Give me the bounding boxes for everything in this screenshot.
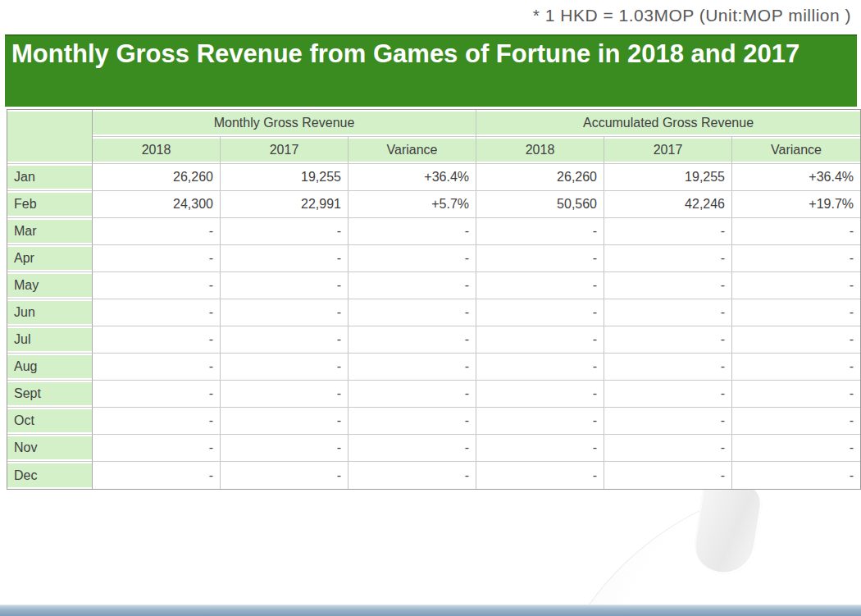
value-cell: - [604, 408, 732, 435]
value-cell: - [476, 299, 604, 326]
table-row: Dec------ [7, 462, 860, 489]
value-cell: - [93, 354, 221, 381]
month-cell: Sept [7, 381, 93, 408]
value-cell: - [732, 245, 860, 272]
value-cell: - [604, 381, 732, 408]
value-cell: - [476, 326, 604, 354]
value-cell: - [732, 408, 860, 435]
group-header-accumulated: Accumulated Gross Revenue [476, 110, 860, 137]
month-cell: Jun [7, 299, 93, 326]
column-header-2018-monthly: 2018 [93, 137, 221, 164]
column-header-variance-accumulated: Variance [732, 137, 860, 164]
value-cell: - [93, 326, 221, 354]
month-cell: May [7, 272, 93, 299]
value-cell: - [732, 218, 860, 245]
group-header-monthly: Monthly Gross Revenue [93, 110, 476, 137]
month-cell: Oct [7, 408, 93, 435]
value-cell: 26,260 [476, 164, 604, 191]
table-row: Jun------ [7, 299, 860, 326]
watermark-hand-shape [690, 478, 765, 578]
table-row: Jan26,26019,255+36.4%26,26019,255+36.4% [7, 164, 860, 191]
value-cell: - [732, 435, 860, 462]
table-row: Nov------ [7, 435, 860, 462]
value-cell: - [348, 272, 476, 299]
value-cell: - [221, 299, 348, 326]
value-cell: - [221, 245, 348, 272]
value-cell: - [476, 354, 604, 381]
value-cell: - [93, 435, 221, 462]
value-cell: 19,255 [604, 164, 732, 191]
value-cell: - [348, 299, 476, 326]
value-cell: - [348, 435, 476, 462]
value-cell: - [221, 326, 348, 354]
table-row: Feb24,30022,991+5.7%50,56042,246+19.7% [7, 191, 860, 218]
value-cell: 42,246 [604, 191, 732, 218]
page-title: Monthly Gross Revenue from Games of Fort… [11, 37, 800, 71]
value-cell: - [221, 408, 348, 435]
bottom-bar [0, 605, 861, 616]
value-cell: - [604, 435, 732, 462]
value-cell: - [221, 354, 348, 381]
value-cell: - [476, 435, 604, 462]
value-cell: - [221, 462, 348, 489]
value-cell: +36.4% [732, 164, 860, 191]
value-cell: - [476, 381, 604, 408]
value-cell: - [476, 462, 604, 489]
value-cell: - [93, 462, 221, 489]
table-row: Oct------ [7, 408, 860, 435]
value-cell: - [348, 462, 476, 489]
column-header-row: 2018 2017 Variance 2018 2017 Variance [7, 137, 860, 164]
value-cell: - [221, 272, 348, 299]
value-cell: - [732, 354, 860, 381]
value-cell: +19.7% [732, 191, 860, 218]
value-cell: - [732, 299, 860, 326]
watermark-circle-shape [537, 478, 861, 616]
table-row: Apr------ [7, 245, 860, 272]
exchange-rate-note: * 1 HKD = 1.03MOP (Unit:MOP million ) [533, 6, 851, 25]
value-cell: - [221, 381, 348, 408]
value-cell: 26,260 [93, 164, 221, 191]
table-body: Jan26,26019,255+36.4%26,26019,255+36.4%F… [7, 164, 860, 489]
month-cell: Dec [7, 462, 93, 489]
value-cell: - [476, 272, 604, 299]
table-row: Aug------ [7, 354, 860, 381]
value-cell: - [93, 245, 221, 272]
column-header-2017-monthly: 2017 [221, 137, 348, 164]
value-cell: - [604, 326, 732, 354]
value-cell: - [93, 299, 221, 326]
month-cell: Nov [7, 435, 93, 462]
column-header-2017-accumulated: 2017 [604, 137, 732, 164]
value-cell: - [732, 381, 860, 408]
value-cell: - [348, 354, 476, 381]
month-cell: Apr [7, 245, 93, 272]
value-cell: +36.4% [348, 164, 476, 191]
month-cell: Jan [7, 164, 93, 191]
value-cell: +5.7% [348, 191, 476, 218]
table-row: Sept------ [7, 381, 860, 408]
value-cell: - [476, 408, 604, 435]
value-cell: - [93, 218, 221, 245]
month-cell: Jul [7, 326, 93, 354]
value-cell: - [604, 245, 732, 272]
value-cell: - [348, 326, 476, 354]
column-header-variance-monthly: Variance [348, 137, 476, 164]
value-cell: - [348, 381, 476, 408]
value-cell: - [348, 245, 476, 272]
value-cell: - [604, 218, 732, 245]
table-row: Jul------ [7, 326, 860, 354]
value-cell: 24,300 [93, 191, 221, 218]
value-cell: - [604, 299, 732, 326]
value-cell: - [476, 245, 604, 272]
table-row: May------ [7, 272, 860, 299]
value-cell: 22,991 [221, 191, 348, 218]
value-cell: 19,255 [221, 164, 348, 191]
group-header-row: Monthly Gross Revenue Accumulated Gross … [7, 110, 860, 137]
value-cell: - [93, 272, 221, 299]
table-head: Monthly Gross Revenue Accumulated Gross … [7, 110, 860, 164]
value-cell: - [732, 462, 860, 489]
month-cell: Aug [7, 354, 93, 381]
month-cell: Mar [7, 218, 93, 245]
value-cell: - [221, 435, 348, 462]
value-cell: - [732, 326, 860, 354]
table-row: Mar------ [7, 218, 860, 245]
